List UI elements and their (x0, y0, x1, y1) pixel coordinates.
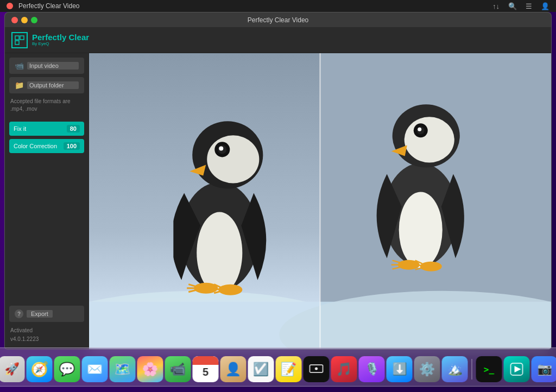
close-button[interactable] (11, 17, 18, 23)
logo-sub: By EyeQ (32, 42, 89, 47)
main-window: Perfectly Clear By EyeQ 📹 Input video 📁 … (4, 27, 552, 350)
window-title: Perfectly Clear Video (248, 16, 309, 24)
svg-point-31 (315, 368, 318, 370)
svg-point-21 (399, 192, 443, 268)
maximize-button[interactable] (31, 17, 37, 23)
menubar-icon-2: 🔍 (508, 2, 517, 10)
dock-notes[interactable]: 📝 (276, 356, 302, 382)
dock-facetime[interactable]: 📹 (165, 356, 191, 382)
dock-launchpad[interactable]: 🚀 (0, 356, 25, 382)
minimize-button[interactable] (21, 17, 28, 23)
app-header: Perfectly Clear By EyeQ (5, 27, 551, 53)
video-preview-area (89, 53, 551, 349)
logo-text-group: Perfectly Clear By EyeQ (32, 33, 89, 47)
dock-divider (472, 359, 472, 380)
sidebar: 📹 Input video 📁 Output folder Accepted f… (5, 53, 89, 349)
svg-marker-33 (515, 366, 521, 372)
dock-contacts[interactable]: 👤 (220, 356, 247, 382)
svg-point-12 (197, 212, 242, 294)
svg-point-17 (219, 146, 223, 150)
dock-messages[interactable]: 💬 (54, 356, 80, 382)
svg-point-14 (207, 135, 259, 183)
svg-point-23 (405, 117, 454, 162)
fix-it-slider[interactable]: Fix it 80 (9, 122, 84, 136)
menu-bar: Perfectly Clear Video ↑↓ 🔍 ☰ 👤 (0, 0, 556, 12)
video-input-button[interactable]: 📹 Input video (9, 58, 84, 74)
logo-icon (11, 32, 28, 48)
app-name-menubar: Perfectly Clear Video (18, 2, 80, 10)
titlebar: Perfectly Clear Video (4, 12, 552, 27)
dock-music[interactable]: 🎵 (331, 356, 357, 382)
sliders-section: Fix it 80 Color Correction 100 (9, 122, 84, 153)
logo-main: Perfectly Clear (32, 33, 89, 42)
help-icon: ? (15, 309, 23, 318)
dock-terminal[interactable]: >_ (476, 356, 502, 382)
dock-safari[interactable]: 🧭 (27, 356, 53, 382)
dock-podcasts[interactable]: 🎙️ (359, 356, 385, 382)
help-export-button[interactable]: ? Export (9, 306, 84, 322)
input-video-label: Input video (27, 62, 79, 69)
dock-reminders[interactable]: ☑️ (248, 356, 274, 382)
version-number: v4.0.1.2223 (10, 335, 83, 344)
dock-maps[interactable]: 🗺️ (110, 356, 136, 382)
fix-it-value: 80 (67, 125, 80, 132)
video-canvas (89, 53, 551, 349)
dock-appstore[interactable]: ⬇️ (387, 356, 413, 382)
svg-rect-0 (15, 36, 19, 40)
color-correction-slider[interactable]: Color Correction 100 (9, 139, 84, 153)
activation-info: Activated v4.0.1.2223 (9, 325, 84, 345)
color-correction-label: Color Correction (14, 143, 57, 149)
menubar-icon-4: 👤 (541, 2, 549, 10)
dock: 🔵 🚀 🧭 💬 ✉️ 🗺️ 🌸 📹 5 👤 ☑️ 📝 🎵 🎙️ (0, 347, 556, 387)
svg-point-26 (418, 128, 421, 131)
export-label: Export (27, 310, 53, 318)
activated-status: Activated (10, 326, 83, 335)
apple-menu-icon (7, 3, 13, 9)
dock-appletv[interactable] (304, 356, 330, 382)
dock-mail[interactable]: ✉️ (82, 356, 108, 382)
dock-screensnap[interactable]: 📷 (532, 356, 557, 382)
svg-rect-2 (15, 41, 19, 45)
output-folder-button[interactable]: 📁 Output folder (9, 77, 84, 93)
dock-altamira[interactable]: 🏔️ (442, 356, 468, 382)
menubar-icon-1: ↑↓ (492, 2, 500, 10)
file-format-info: Accepted file formats are .mp4, .mov (9, 97, 84, 114)
output-folder-label: Output folder (27, 81, 79, 89)
app-logo: Perfectly Clear By EyeQ (11, 32, 89, 48)
dock-calendar[interactable]: 5 (193, 356, 219, 382)
dock-systemprefs[interactable]: ⚙️ (414, 356, 440, 382)
fix-it-label: Fix it (14, 125, 26, 132)
content-row: 📹 Input video 📁 Output folder Accepted f… (5, 53, 551, 349)
color-correction-value: 100 (64, 142, 80, 150)
folder-icon: 📁 (15, 81, 24, 90)
dock-scrobbles[interactable] (504, 356, 530, 382)
svg-point-28 (420, 262, 442, 271)
video-icon: 📹 (15, 61, 24, 70)
menubar-icon-3: ☰ (526, 2, 532, 10)
calendar-day: 5 (203, 366, 208, 378)
dock-photos[interactable]: 🌸 (137, 356, 163, 382)
svg-rect-1 (20, 36, 24, 40)
sidebar-bottom: ? Export Activated v4.0.1.2223 (9, 301, 84, 345)
svg-point-19 (218, 284, 242, 295)
